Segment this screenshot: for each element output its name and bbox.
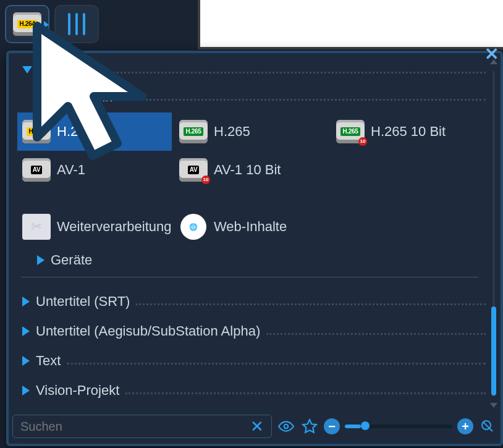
toolbar: H.264 xyxy=(5,5,99,43)
item-web-inhalte[interactable]: 🌐 Web-Inhalte xyxy=(174,208,329,246)
chevron-down-icon xyxy=(37,93,47,101)
item-label: Web-Inhalte xyxy=(214,219,287,235)
codec-item-h264[interactable]: H.264 H.264 xyxy=(17,112,172,151)
film-scissors-icon: ✂︎ xyxy=(22,214,51,240)
section-label: Untertitel (Aegisub/SubStation Alpha) xyxy=(36,323,260,339)
format-dropdown-button[interactable]: H.264 xyxy=(5,5,49,43)
codec-item-av1[interactable]: AV AV-1 xyxy=(17,151,172,189)
svg-line-3 xyxy=(483,422,489,428)
section-label: Allgemein xyxy=(53,89,113,105)
preview-panel-edge xyxy=(198,0,503,49)
section-label: Vision-Projekt xyxy=(36,382,119,399)
codec-label: H.265 10 Bit xyxy=(371,124,446,140)
item-weiterverarbeitung[interactable]: ✂︎ Weiterverarbeitung xyxy=(17,208,172,246)
panel-bottom-bar: ✕ − + xyxy=(12,413,497,440)
social-web-icon: 🌐 xyxy=(180,214,206,240)
scroll-up-icon[interactable] xyxy=(490,59,497,64)
section-text[interactable]: Text xyxy=(14,350,486,371)
chevron-down-icon xyxy=(22,66,32,74)
clear-search-icon[interactable]: ✕ xyxy=(247,418,268,434)
item-label: Weiterverarbeitung xyxy=(57,219,171,235)
h264-codec-icon: H.264 xyxy=(22,120,51,143)
section-label: MP4 xyxy=(38,62,66,78)
dots-filler xyxy=(119,99,486,101)
vertical-scrollbar[interactable] xyxy=(489,59,498,408)
chevron-right-icon xyxy=(37,255,44,265)
svg-line-4 xyxy=(489,428,492,431)
divider xyxy=(21,277,478,277)
dots-filler xyxy=(72,72,486,74)
ten-bit-badge: 10 xyxy=(201,175,210,184)
search-input[interactable] xyxy=(20,420,247,434)
scroll-thumb[interactable] xyxy=(491,306,496,395)
scroll-down-icon[interactable] xyxy=(490,403,497,408)
dots-filler xyxy=(67,363,486,365)
section-label: Text xyxy=(36,353,61,369)
zoom-reset-icon[interactable] xyxy=(478,417,497,436)
codec-label: H.264 xyxy=(57,124,93,140)
sliders-icon xyxy=(66,13,88,35)
dots-filler xyxy=(136,303,486,305)
star-icon[interactable] xyxy=(300,417,319,436)
h264-codec-icon: H.264 xyxy=(13,12,41,36)
zoom-slider[interactable] xyxy=(345,425,452,428)
search-box[interactable]: ✕ xyxy=(12,415,272,438)
section-vision-projekt[interactable]: Vision-Projekt xyxy=(14,380,486,401)
chevron-right-icon xyxy=(22,386,30,395)
svg-point-0 xyxy=(284,425,289,429)
section-label: Untertitel (SRT) xyxy=(36,294,130,310)
h265-codec-icon: H.265 xyxy=(179,120,208,143)
zoom-in-button[interactable]: + xyxy=(457,418,473,434)
section-untertitel-srt[interactable]: Untertitel (SRT) xyxy=(14,291,486,312)
av1-codec-icon: AV xyxy=(22,158,51,182)
codec-label: AV-1 xyxy=(57,162,85,178)
format-dropdown-panel: ✕ MP4 Allgemein H.264 H.264 H.265 H.265 … xyxy=(6,51,503,446)
svg-marker-1 xyxy=(303,420,316,433)
section-label: Geräte xyxy=(51,252,92,268)
codec-item-av1-10bit[interactable]: AV10 AV-1 10 Bit xyxy=(174,151,329,189)
h265-codec-icon: H.26510 xyxy=(336,120,365,143)
av1-codec-icon: AV10 xyxy=(179,158,208,182)
codec-label: AV-1 10 Bit xyxy=(214,162,281,178)
codec-item-h265[interactable]: H.265 H.265 xyxy=(174,112,329,151)
eye-icon[interactable] xyxy=(277,417,295,436)
settings-button[interactable] xyxy=(54,5,99,43)
zoom-knob[interactable] xyxy=(361,421,370,430)
dots-filler xyxy=(125,392,486,394)
chevron-right-icon xyxy=(22,356,30,366)
codec-label: H.265 xyxy=(214,124,250,140)
section-mp4[interactable]: MP4 xyxy=(14,59,486,80)
section-geraete[interactable]: Geräte xyxy=(14,250,486,271)
ten-bit-badge: 10 xyxy=(358,137,367,146)
codec-item-h265-10bit[interactable]: H.26510 H.265 10 Bit xyxy=(331,112,486,151)
section-untertitel-ass[interactable]: Untertitel (Aegisub/SubStation Alpha) xyxy=(14,321,486,342)
chevron-right-icon xyxy=(22,326,30,336)
chevron-right-icon xyxy=(22,297,30,306)
dots-filler xyxy=(266,333,486,335)
zoom-out-button[interactable]: − xyxy=(324,418,340,434)
section-allgemein[interactable]: Allgemein xyxy=(14,87,486,108)
